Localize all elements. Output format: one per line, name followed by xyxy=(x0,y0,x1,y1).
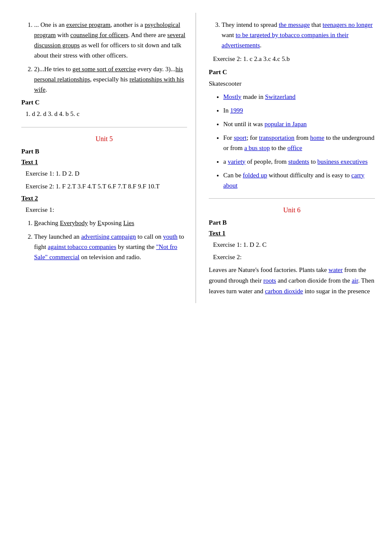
exercise2-text1: Exercise 2: 1. F 2.T 3.F 4.T 5.T 6.F 7.T… xyxy=(26,181,187,192)
link-reaching[interactable]: R xyxy=(34,220,38,226)
exercise1-text1: Exercise 1: 1. D 2. D xyxy=(26,168,187,179)
right-intro-list: They intend to spread the message that t… xyxy=(217,20,375,50)
divider-1 xyxy=(21,127,187,127)
link-mostly[interactable]: Mostly xyxy=(223,93,242,100)
part-b-left-label: Part B xyxy=(21,148,187,155)
part-c-left-answers: 1. d 2. d 3. d 4. b 5. c xyxy=(26,109,187,119)
link-teenagers[interactable]: teenagers no longer xyxy=(323,21,372,28)
link-counseling[interactable]: counseling for officers xyxy=(70,32,128,38)
link-against-tobacco[interactable]: against tobacco companies xyxy=(48,243,116,250)
link-air[interactable]: air xyxy=(352,277,358,284)
bullet-1: Mostly made in Switzerland xyxy=(223,92,375,102)
part-c-left-label: Part C xyxy=(21,99,187,106)
link-folded-up[interactable]: folded up xyxy=(243,172,267,179)
part-c-right-label: Part C xyxy=(209,69,375,76)
divider-right xyxy=(209,198,375,199)
list-item-2: 2)...He tries to get some sort of exerci… xyxy=(34,64,187,95)
unit5-title: Unit 5 xyxy=(21,135,187,143)
part-b-right-label: Part B xyxy=(209,219,375,226)
link-sport[interactable]: sport xyxy=(234,134,247,141)
link-ad-campaign[interactable]: advertising campaign xyxy=(81,233,136,240)
link-targeted[interactable]: to be targeted by tobacco companies in t… xyxy=(222,32,349,49)
bullet-2: In 1999 xyxy=(223,105,375,116)
bullet-6: Can be folded up without difficulty and … xyxy=(223,170,375,191)
link-popular-japan[interactable]: popular in Japan xyxy=(265,121,307,127)
link-water[interactable]: water xyxy=(329,266,343,273)
intro-list: ... One is an exercise program, another … xyxy=(30,20,187,95)
link-office[interactable]: office xyxy=(287,145,302,151)
left-column: ... One is an exercise program, another … xyxy=(9,13,196,303)
exercise1-unit6: Exercise 1: 1. D 2. C xyxy=(213,240,375,250)
bullet-3: Not until it was popular in Japan xyxy=(223,119,375,129)
link-exercise[interactable]: get some sort of exercise xyxy=(72,66,136,72)
link-carbon-dioxide[interactable]: carbon dioxide xyxy=(265,288,303,295)
link-youth[interactable]: youth xyxy=(163,233,177,240)
link-message[interactable]: the message xyxy=(279,21,310,28)
link-exercise-program[interactable]: exercise program xyxy=(66,21,110,28)
bullet-5: a variety of people, from students to bu… xyxy=(223,156,375,167)
link-1999[interactable]: 1999 xyxy=(230,107,243,114)
right-list-item-3: They intend to spread the message that t… xyxy=(222,20,375,50)
link-variety[interactable]: variety xyxy=(228,158,245,165)
bullet-4: For sport; for transportation from home … xyxy=(223,133,375,153)
link-roots[interactable]: roots xyxy=(263,277,276,284)
link-lies[interactable]: Lies xyxy=(123,220,134,226)
exercise2-right-answers: Exercise 2: 1. c 2.a 3.c 4.c 5.b xyxy=(213,54,375,64)
link-exposing[interactable]: E xyxy=(98,220,101,226)
text2-list: Reaching Everybody by Exposing Lies They… xyxy=(30,218,187,262)
unit6-title: Unit 6 xyxy=(209,206,375,214)
text1-left-label: Text 1 xyxy=(21,159,187,166)
unit6-paragraph: Leaves are Nature's food factories. Plan… xyxy=(209,265,375,296)
exercise2-unit6-label: Exercise 2: xyxy=(213,252,375,263)
link-business-exec[interactable]: business executives xyxy=(317,158,368,165)
text2-item-1: Reaching Everybody by Exposing Lies xyxy=(34,218,187,228)
link-transportation[interactable]: transportation xyxy=(259,134,294,141)
link-home[interactable]: home xyxy=(310,134,324,141)
link-students[interactable]: students xyxy=(288,158,309,165)
skatescooter-list: Mostly made in Switzerland In 1999 Not u… xyxy=(219,92,375,191)
list-item: ... One is an exercise program, another … xyxy=(34,20,187,61)
text2-left-label: Text 2 xyxy=(21,195,187,202)
text1-right-label: Text 1 xyxy=(209,230,375,237)
exercise1-text2-label: Exercise 1: xyxy=(26,205,187,215)
link-switzerland[interactable]: Switzerland xyxy=(265,93,296,100)
text2-item-2: They launched an advertising campaign to… xyxy=(34,231,187,262)
link-everybody[interactable]: Everybody xyxy=(60,220,88,226)
skatescooter-label: Skatescooter xyxy=(209,78,375,89)
right-column: They intend to spread the message that t… xyxy=(196,13,383,303)
link-bus-stop[interactable]: a bus stop xyxy=(244,145,270,151)
